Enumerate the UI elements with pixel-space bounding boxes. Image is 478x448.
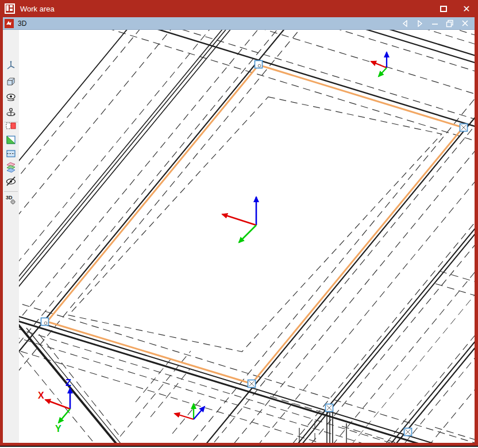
dashed-hidden-line — [19, 30, 475, 273]
dashed-hidden-line — [435, 284, 475, 296]
solid-edge-line — [19, 30, 475, 221]
shaded-view-icon[interactable] — [5, 133, 17, 146]
axis-label-y: Y — [55, 424, 61, 434]
window-title: Work area — [20, 5, 55, 13]
svg-text:3D: 3D — [6, 195, 13, 200]
maximize-button[interactable] — [432, 0, 455, 17]
dashed-hidden-line — [19, 30, 475, 229]
dashed-hidden-line — [19, 30, 475, 196]
dashed-hidden-line — [19, 30, 475, 292]
axes-tripod-icon[interactable] — [5, 59, 17, 72]
axis-triad-arrow — [175, 414, 194, 419]
title-bar: Work area ✕ — [0, 0, 478, 17]
mdi-title-bar: 3D — [3, 17, 475, 30]
axis-label-x: X — [38, 391, 44, 400]
wireframe-box-icon[interactable] — [5, 147, 17, 160]
axis-label-z: Z — [65, 378, 71, 388]
dashed-hidden-line — [435, 427, 475, 441]
dashed-hidden-line — [440, 271, 475, 283]
view-toolbar: 3D — [3, 30, 19, 443]
dashed-hidden-line — [19, 30, 475, 443]
solid-edge-line — [19, 30, 475, 279]
toolbar-separator — [4, 191, 18, 192]
dashed-hidden-line — [172, 397, 202, 434]
3d-scene: ZXY — [19, 30, 475, 443]
dashed-hidden-line — [19, 30, 475, 249]
window-border-bottom — [0, 443, 478, 447]
mdi-close-button[interactable] — [457, 17, 472, 30]
axis-triad-arrow — [379, 68, 387, 76]
orbit-icon[interactable] — [5, 106, 17, 119]
back-arrow-icon — [402, 20, 408, 27]
solid-edge-line — [19, 144, 475, 443]
axis-triad-arrow — [59, 409, 70, 423]
settings-3d-icon[interactable]: 3D — [5, 193, 17, 206]
work-area-window: Work area ✕ 3D — [0, 0, 478, 448]
solid-edge-line — [19, 30, 426, 443]
maximize-icon — [440, 6, 447, 12]
solid-edge-line — [26, 328, 121, 443]
dashed-hidden-line — [342, 426, 406, 443]
mdi-view-title: 3D — [18, 20, 26, 28]
axis-triad-arrow — [194, 407, 205, 419]
close-icon — [461, 20, 469, 27]
close-button[interactable]: ✕ — [455, 0, 478, 17]
layers-icon[interactable] — [5, 161, 17, 173]
section-plane-icon[interactable] — [5, 119, 17, 132]
mdi-forward-button[interactable] — [413, 17, 427, 30]
restore-icon — [446, 20, 454, 28]
mdi-document-icon — [5, 19, 14, 28]
3d-viewport[interactable]: ZXY — [19, 30, 475, 443]
axis-triad-arrow — [45, 400, 70, 409]
window-border-right — [475, 17, 478, 444]
mdi-minimize-button[interactable] — [427, 17, 442, 30]
mdi-restore-button[interactable] — [442, 17, 457, 30]
minimize-icon — [431, 20, 439, 27]
solid-edge-line — [19, 30, 475, 214]
forward-arrow-icon — [417, 20, 423, 27]
axis-triad-arrow — [371, 61, 387, 68]
hide-eye-icon[interactable] — [5, 175, 17, 187]
axis-triad-arrow — [222, 214, 256, 225]
eye-rotate-icon[interactable] — [5, 91, 17, 103]
app-logo-icon — [5, 3, 15, 14]
cube-view-icon[interactable] — [5, 75, 17, 88]
dashed-hidden-line — [19, 163, 475, 443]
axis-triad-arrow — [239, 225, 256, 242]
mdi-back-button[interactable] — [398, 17, 413, 30]
dashed-hidden-line — [39, 334, 120, 437]
